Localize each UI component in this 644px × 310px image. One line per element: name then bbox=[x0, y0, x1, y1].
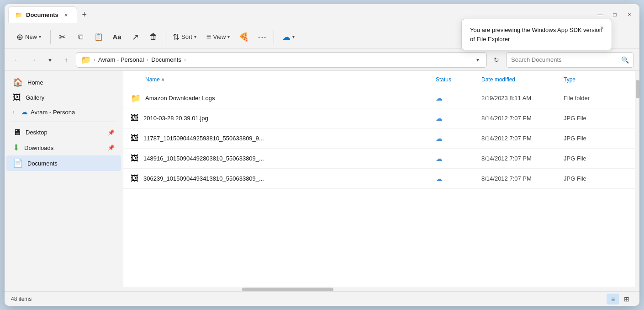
view-mode-buttons: ≡ ⊞ bbox=[607, 294, 633, 305]
cloud-status-icon: ☁ bbox=[436, 114, 443, 122]
toolbar-separator-1 bbox=[50, 30, 51, 44]
col-type-label: Type bbox=[564, 76, 575, 83]
file-name-text: 306239_10150904493413810_550633809_... bbox=[143, 175, 264, 182]
refresh-icon: ↻ bbox=[494, 56, 499, 64]
sidebar: 🏠 Home 🖼 Gallery › ☁ Avram - Persona 🖥 D… bbox=[5, 71, 123, 291]
delete-icon: 🗑 bbox=[149, 32, 158, 42]
cloud-icon: ☁ bbox=[282, 32, 290, 42]
new-label: New bbox=[25, 33, 37, 40]
search-box[interactable]: 🔍 bbox=[506, 52, 634, 68]
paste-icon: 📋 bbox=[94, 32, 103, 41]
pizza-button[interactable]: 🍕 bbox=[235, 27, 253, 47]
cloud-dropdown-icon: ▾ bbox=[292, 34, 295, 39]
file-date-cell: 2/19/2023 8:11 AM bbox=[481, 95, 564, 102]
sidebar-item-label: Downloads bbox=[24, 144, 103, 151]
file-type-cell: File folder bbox=[564, 95, 628, 102]
cloud-status-icon: ☁ bbox=[436, 155, 443, 162]
paste-button[interactable]: 📋 bbox=[90, 27, 107, 47]
view-label: View bbox=[213, 33, 226, 40]
column-header-status[interactable]: Status bbox=[436, 76, 481, 83]
new-tab-button[interactable]: + bbox=[77, 7, 92, 22]
sidebar-item-documents[interactable]: 📄 Documents bbox=[6, 155, 121, 171]
view-button[interactable]: ≡ View ▾ bbox=[202, 27, 234, 47]
pin-icon: 📌 bbox=[108, 129, 115, 136]
table-row[interactable]: 🖼 306239_10150904493413810_550633809_...… bbox=[123, 169, 635, 189]
path-part-2: Documents bbox=[151, 56, 181, 63]
file-type-cell: JPG File bbox=[564, 155, 628, 162]
tile-view-button[interactable]: ⊞ bbox=[620, 294, 633, 305]
file-list-header: Name ∧ Status Date modified Type bbox=[123, 71, 635, 88]
file-name-text: 2010-03-28 20.39.01.jpg bbox=[143, 115, 208, 122]
back-button[interactable]: ← bbox=[10, 53, 24, 67]
vertical-scrollbar[interactable] bbox=[635, 71, 639, 291]
sidebar-item-downloads[interactable]: ⬇ Downloads 📌 bbox=[6, 140, 121, 155]
cloud-status-icon: ☁ bbox=[436, 134, 443, 142]
toolbar-separator-2 bbox=[165, 30, 165, 44]
close-button[interactable]: × bbox=[623, 8, 636, 21]
table-row[interactable]: 🖼 2010-03-28 20.39.01.jpg ☁ 8/14/2012 7:… bbox=[123, 108, 635, 128]
file-type-cell: JPG File bbox=[564, 175, 628, 182]
share-button[interactable]: ↗ bbox=[127, 27, 144, 47]
active-tab[interactable]: 📁 Documents × bbox=[8, 6, 77, 23]
tooltip-text: You are previewing the Windows App SDK v… bbox=[470, 27, 602, 43]
sidebar-item-avram[interactable]: › ☁ Avram - Persona bbox=[6, 105, 121, 119]
cloud-status-icon: ☁ bbox=[436, 175, 443, 182]
tab-folder-icon: 📁 bbox=[15, 11, 22, 18]
new-dropdown-icon: ▾ bbox=[39, 34, 41, 39]
table-row[interactable]: 🖼 148916_10150904492803810_550633809_...… bbox=[123, 149, 635, 169]
delete-button[interactable]: 🗑 bbox=[145, 27, 162, 47]
list-view-button[interactable]: ≡ bbox=[607, 294, 619, 305]
file-status-cell: ☁ bbox=[436, 94, 481, 102]
image-icon: 🖼 bbox=[131, 134, 139, 143]
cloud-button[interactable]: ☁ ▾ bbox=[277, 27, 300, 47]
more-button[interactable]: ··· bbox=[253, 27, 271, 47]
copy-icon: ⧉ bbox=[78, 33, 83, 41]
sort-dropdown-icon: ▾ bbox=[194, 34, 196, 39]
copy-button[interactable]: ⧉ bbox=[72, 27, 89, 47]
recent-locations-button[interactable]: ▾ bbox=[43, 53, 57, 67]
forward-icon: → bbox=[30, 56, 37, 64]
sidebar-item-label: Documents bbox=[27, 160, 115, 167]
table-row[interactable]: 🖼 11787_10150904492593810_550633809_9...… bbox=[123, 128, 635, 149]
search-input[interactable] bbox=[511, 56, 618, 63]
image-icon: 🖼 bbox=[131, 113, 139, 123]
table-row[interactable]: 📁 Amazon Downloader Logs ☁ 2/19/2023 8:1… bbox=[123, 88, 635, 108]
sidebar-item-home[interactable]: 🏠 Home bbox=[6, 75, 121, 90]
status-bar: 48 items ≡ ⊞ bbox=[5, 291, 639, 306]
sort-icon: ⇅ bbox=[173, 32, 179, 42]
file-date-cell: 8/14/2012 7:07 PM bbox=[481, 115, 564, 122]
file-name-cell: 🖼 306239_10150904493413810_550633809_... bbox=[131, 174, 436, 183]
forward-button[interactable]: → bbox=[26, 53, 40, 67]
back-icon: ← bbox=[14, 56, 20, 64]
horizontal-scrollbar-thumb[interactable] bbox=[242, 288, 333, 291]
sidebar-item-label: Gallery bbox=[26, 94, 115, 101]
vertical-scrollbar-thumb[interactable] bbox=[636, 80, 639, 98]
downloads-icon: ⬇ bbox=[13, 143, 20, 153]
home-icon: 🏠 bbox=[13, 77, 23, 87]
file-name-text: 148916_10150904492803810_550633809_... bbox=[143, 155, 264, 162]
file-date-cell: 8/14/2012 7:07 PM bbox=[481, 175, 564, 182]
file-name-cell: 🖼 2010-03-28 20.39.01.jpg bbox=[131, 113, 436, 123]
column-header-date[interactable]: Date modified bbox=[481, 76, 564, 83]
desktop-icon: 🖥 bbox=[13, 128, 21, 137]
up-button[interactable]: ↑ bbox=[59, 53, 73, 67]
refresh-button[interactable]: ↻ bbox=[490, 53, 503, 67]
path-dropdown-button[interactable]: ▾ bbox=[474, 56, 482, 64]
documents-icon: 📄 bbox=[13, 158, 23, 168]
horizontal-scrollbar[interactable] bbox=[123, 287, 635, 291]
column-header-name[interactable]: Name ∧ bbox=[131, 76, 436, 83]
sidebar-item-desktop[interactable]: 🖥 Desktop 📌 bbox=[6, 125, 121, 140]
tab-close-button[interactable]: × bbox=[62, 11, 70, 19]
search-icon: 🔍 bbox=[621, 56, 629, 64]
sort-button[interactable]: ⇅ Sort ▾ bbox=[168, 27, 201, 47]
column-header-type[interactable]: Type bbox=[564, 76, 628, 83]
cut-button[interactable]: ✂ bbox=[53, 27, 71, 47]
rename-button[interactable]: Aa bbox=[108, 27, 126, 47]
new-button[interactable]: ⊕ New ▾ bbox=[10, 27, 48, 47]
sidebar-item-gallery[interactable]: 🖼 Gallery bbox=[6, 90, 121, 105]
pizza-icon: 🍕 bbox=[239, 32, 249, 42]
cut-icon: ✂ bbox=[59, 32, 66, 42]
file-date-cell: 8/14/2012 7:07 PM bbox=[481, 135, 564, 142]
tooltip-close-button[interactable]: × bbox=[597, 23, 607, 33]
address-path[interactable]: 📁 › Avram - Personal › Documents › ▾ bbox=[76, 52, 487, 68]
